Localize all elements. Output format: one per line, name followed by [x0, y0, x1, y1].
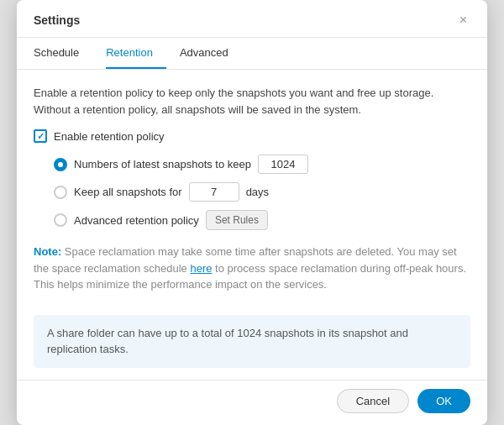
snapshots-count-input[interactable] [258, 155, 308, 174]
dialog-footer: Cancel OK [17, 380, 487, 425]
checkmark-icon: ✓ [37, 131, 45, 142]
note-label: Note: [34, 245, 61, 258]
radio-latest-snapshots[interactable] [54, 158, 67, 171]
info-box-text: A share folder can have up to a total of… [47, 327, 408, 356]
here-link[interactable]: here [190, 262, 212, 275]
dialog-header: Settings × [17, 0, 487, 38]
option-advanced-label: Advanced retention policy [74, 214, 199, 227]
tab-advanced[interactable]: Advanced [180, 38, 242, 69]
set-rules-button[interactable]: Set Rules [206, 210, 268, 230]
option-keep-all: Keep all snapshots for days [54, 182, 470, 202]
option-latest-label: Numbers of latest snapshots to keep [74, 158, 251, 171]
radio-advanced-retention[interactable] [54, 213, 67, 227]
days-label: days [246, 186, 269, 198]
description-text: Enable a retention policy to keep only t… [34, 85, 470, 118]
note-area: Note: Space reclamation may take some ti… [34, 244, 470, 293]
option-advanced-retention: Advanced retention policy Set Rules [54, 210, 470, 230]
dialog-title: Settings [34, 13, 80, 27]
ok-button[interactable]: OK [417, 389, 470, 413]
radio-keep-all[interactable] [54, 186, 67, 199]
enable-retention-label: Enable retention policy [54, 130, 165, 143]
close-button[interactable]: × [456, 12, 470, 29]
cancel-button[interactable]: Cancel [337, 389, 409, 413]
option-keep-all-label: Keep all snapshots for [74, 186, 182, 198]
settings-dialog: Settings × Schedule Retention Advanced E… [17, 0, 487, 425]
tab-schedule[interactable]: Schedule [34, 38, 92, 69]
option-latest-snapshots: Numbers of latest snapshots to keep [54, 155, 470, 174]
tab-retention[interactable]: Retention [106, 38, 166, 69]
enable-retention-checkbox[interactable]: ✓ [34, 129, 47, 143]
tabs-container: Schedule Retention Advanced [17, 38, 487, 70]
options-area: Numbers of latest snapshots to keep Keep… [34, 155, 470, 230]
info-box: A share folder can have up to a total of… [34, 315, 470, 368]
keep-days-input[interactable] [189, 182, 239, 202]
dialog-body: Enable a retention policy to keep only t… [17, 70, 487, 305]
enable-row: ✓ Enable retention policy [34, 129, 470, 143]
